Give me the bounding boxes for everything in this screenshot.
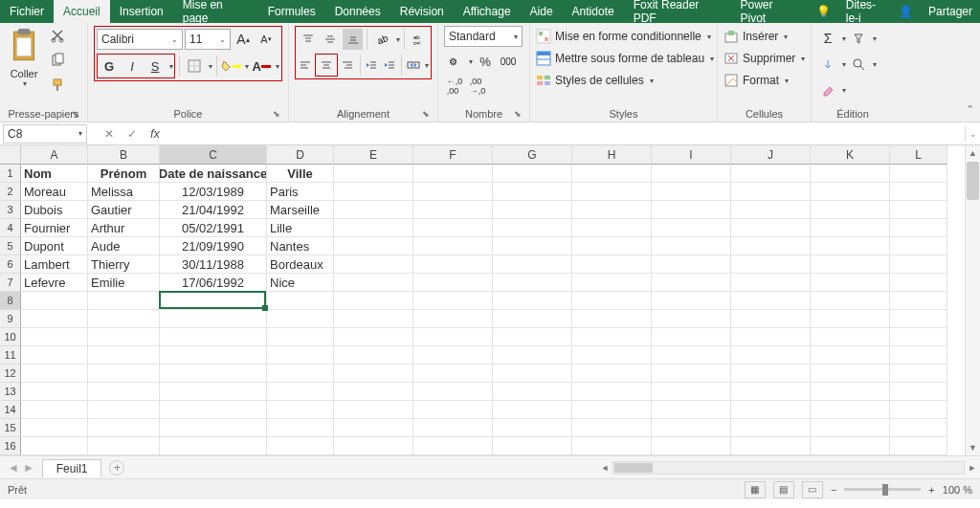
cell[interactable]	[890, 274, 947, 292]
cell[interactable]	[267, 383, 334, 401]
cell[interactable]	[890, 364, 947, 383]
cell[interactable]	[572, 383, 652, 401]
cell[interactable]	[413, 201, 493, 219]
cell[interactable]	[731, 255, 811, 274]
spreadsheet-grid[interactable]: NomPrénomDate de naissanceVilleMoreauMel…	[21, 165, 947, 455]
col-header[interactable]: A	[21, 145, 88, 165]
cell[interactable]: Aude	[88, 237, 160, 255]
col-header[interactable]: H	[572, 145, 652, 165]
italic-button[interactable]: I	[122, 55, 143, 77]
cell[interactable]: Nom	[21, 165, 88, 183]
cell[interactable]	[572, 437, 652, 455]
cell[interactable]	[731, 328, 811, 346]
cell[interactable]	[88, 310, 160, 328]
cell[interactable]	[493, 274, 572, 292]
cell[interactable]	[652, 328, 731, 346]
bold-button[interactable]: G	[99, 55, 120, 77]
cell[interactable]	[731, 401, 811, 419]
cell[interactable]	[572, 328, 652, 346]
cell[interactable]	[811, 437, 890, 455]
cell[interactable]: Date de naissance	[160, 165, 267, 183]
cell[interactable]	[267, 310, 334, 328]
format-painter-button[interactable]	[46, 76, 69, 95]
row-header[interactable]: 5	[0, 237, 21, 255]
cell[interactable]	[88, 383, 160, 401]
cell[interactable]: Emilie	[88, 274, 160, 292]
enter-formula-icon[interactable]: ✓	[127, 127, 137, 141]
cell[interactable]: 30/11/1988	[160, 255, 267, 274]
percent-button[interactable]: %	[475, 51, 496, 72]
cell[interactable]	[493, 419, 572, 437]
cell[interactable]	[652, 437, 731, 455]
cell[interactable]	[334, 383, 413, 401]
align-bottom-button[interactable]	[343, 29, 363, 50]
align-right-button[interactable]	[340, 55, 355, 76]
cell[interactable]: Nice	[267, 274, 334, 292]
underline-button[interactable]: S	[145, 55, 166, 77]
cell[interactable]	[160, 310, 267, 328]
cell[interactable]	[811, 419, 890, 437]
cell[interactable]	[334, 219, 413, 237]
cell[interactable]	[572, 419, 652, 437]
cell[interactable]	[88, 401, 160, 419]
accounting-format-button[interactable]: ⚙	[444, 51, 465, 72]
autosum-button[interactable]: Σ	[817, 28, 838, 49]
cell[interactable]: Marseille	[267, 201, 334, 219]
cell[interactable]	[811, 237, 890, 255]
font-name-select[interactable]: Calibri⌄	[97, 29, 183, 50]
cell[interactable]	[890, 183, 947, 201]
select-all-corner[interactable]	[0, 145, 21, 165]
number-format-select[interactable]: Standard▾	[444, 26, 523, 47]
tab-révision[interactable]: Révision	[390, 0, 454, 23]
cell[interactable]	[652, 165, 731, 183]
cell[interactable]	[652, 401, 731, 419]
cell[interactable]	[572, 165, 652, 183]
insert-cells-button[interactable]: Insérer▾	[724, 28, 805, 45]
row-header[interactable]: 7	[0, 274, 21, 292]
cell[interactable]	[493, 310, 572, 328]
cell[interactable]	[413, 274, 493, 292]
cell[interactable]	[334, 201, 413, 219]
cell[interactable]	[88, 328, 160, 346]
cell[interactable]	[731, 310, 811, 328]
cell[interactable]	[88, 346, 160, 364]
cell[interactable]	[731, 183, 811, 201]
cell[interactable]	[731, 364, 811, 383]
zoom-out-button[interactable]: −	[831, 484, 836, 496]
cell[interactable]	[413, 364, 493, 383]
delete-cells-button[interactable]: Supprimer▾	[724, 50, 805, 67]
cell[interactable]: 21/09/1990	[160, 237, 267, 255]
cell[interactable]	[890, 201, 947, 219]
row-header[interactable]: 15	[0, 419, 21, 437]
format-cells-button[interactable]: Format▾	[724, 72, 805, 89]
dialog-launcher-icon[interactable]: ⬊	[273, 109, 280, 119]
fx-icon[interactable]: fx	[150, 126, 160, 141]
cell[interactable]	[334, 364, 413, 383]
cell[interactable]	[652, 255, 731, 274]
cell[interactable]	[413, 310, 493, 328]
user-icon[interactable]: 👤	[891, 0, 921, 23]
row-header[interactable]: 16	[0, 437, 21, 455]
cell[interactable]	[160, 328, 267, 346]
clear-button[interactable]	[817, 79, 838, 100]
cell[interactable]	[267, 437, 334, 455]
cell[interactable]	[811, 383, 890, 401]
cell[interactable]	[21, 401, 88, 419]
cell[interactable]	[890, 401, 947, 419]
cell-styles-button[interactable]: Styles de cellules▾	[536, 72, 714, 89]
decrease-font-button[interactable]: A▾	[256, 29, 277, 50]
cell[interactable]: Fournier	[21, 219, 88, 237]
cell[interactable]	[160, 292, 267, 310]
cell[interactable]	[890, 237, 947, 255]
cell[interactable]	[413, 165, 493, 183]
add-sheet-button[interactable]: +	[109, 460, 124, 475]
cell[interactable]	[811, 219, 890, 237]
cell[interactable]	[572, 310, 652, 328]
cell[interactable]	[493, 437, 572, 455]
col-header[interactable]: B	[88, 145, 160, 165]
row-header[interactable]: 12	[0, 364, 21, 383]
sheet-nav-prev-icon[interactable]: ◄	[8, 461, 19, 475]
comma-style-button[interactable]: 000	[498, 51, 519, 72]
paste-button[interactable]: Coller ▾	[6, 26, 42, 90]
row-header[interactable]: 4	[0, 219, 21, 237]
